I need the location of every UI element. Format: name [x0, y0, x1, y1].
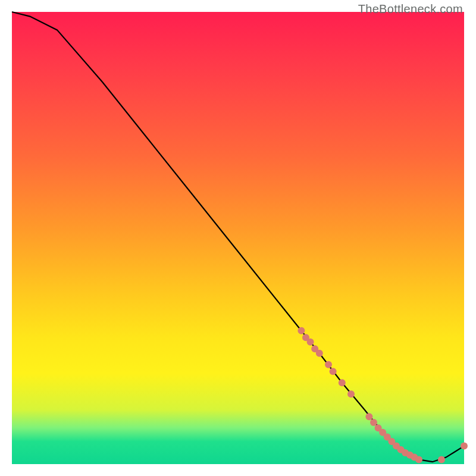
- chart-marker: [339, 379, 346, 386]
- chart-marker: [461, 443, 468, 450]
- chart-marker: [365, 413, 372, 420]
- chart-marker: [325, 361, 332, 368]
- chart-svg: [12, 12, 464, 464]
- chart-marker: [330, 368, 337, 375]
- chart-marker: [298, 327, 305, 334]
- chart-marker: [438, 456, 445, 463]
- chart-container: TheBottleneck.com: [0, 0, 476, 476]
- chart-marker: [415, 456, 422, 463]
- markers-group: [298, 327, 468, 464]
- chart-marker: [316, 350, 323, 357]
- curve-line: [12, 12, 464, 462]
- chart-marker: [347, 390, 355, 397]
- chart-marker: [307, 339, 314, 346]
